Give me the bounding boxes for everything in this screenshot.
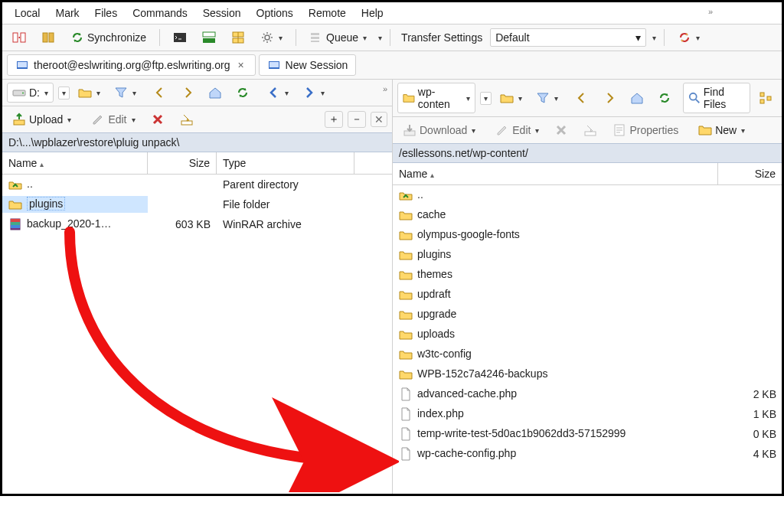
local-col-name[interactable]: Name▴ [2, 152, 148, 174]
file-icon [399, 387, 413, 401]
remote-edit-button[interactable]: Edit▾ [490, 120, 544, 140]
remote-drive-dropdown[interactable]: ▾ [480, 92, 492, 105]
queue-button[interactable]: Queue▾ [304, 28, 372, 47]
remote-new-button[interactable]: New▾ [693, 120, 750, 140]
local-delete-button[interactable] [145, 109, 170, 129]
menu-remote[interactable]: Remote [302, 4, 352, 22]
local-home-button[interactable] [203, 83, 227, 103]
menu-session[interactable]: Session [197, 4, 247, 22]
options-button[interactable]: ▾ [255, 28, 288, 47]
list-item[interactable]: index.php1 KB [393, 404, 782, 424]
menu-commands[interactable]: Commands [126, 4, 194, 22]
upload-icon [12, 113, 26, 126]
local-plus-button[interactable]: ＋ [325, 111, 343, 128]
rename-icon [180, 113, 194, 126]
remote-col-name[interactable]: Name▴ [393, 163, 718, 184]
file-name: WPB-152c7a4246-backups [417, 367, 547, 380]
remote-filter-button[interactable]: ▾ [531, 88, 564, 108]
local-drive-select[interactable]: D:▾ [7, 83, 54, 103]
toggle-editor-button[interactable] [197, 28, 221, 47]
list-item[interactable]: olympus-google-fonts [393, 225, 782, 245]
tab-session[interactable]: theroot@eslwriting.org@ftp.eslwriting.or… [7, 54, 256, 76]
file-type-cell: Parent directory [217, 177, 354, 192]
new-label: New [715, 124, 737, 136]
local-history-back[interactable]: ▾ [261, 83, 294, 103]
list-item[interactable]: w3tc-config [393, 344, 782, 364]
remote-rename-button[interactable] [578, 120, 603, 140]
terminal-button[interactable] [168, 28, 192, 47]
navigation-button[interactable] [226, 28, 250, 47]
list-item[interactable]: wp-cache-config.php4 KB [393, 444, 782, 464]
properties-button[interactable]: Properties [607, 120, 684, 140]
local-history-fwd[interactable]: ▾ [297, 83, 330, 103]
local-drive-dropdown[interactable]: ▾ [58, 86, 70, 100]
remote-open-button[interactable]: ▾ [495, 88, 528, 108]
file-size-cell: 0 KB [718, 426, 782, 442]
remote-col-size[interactable]: Size [718, 163, 782, 184]
remote-path[interactable]: /esllessons.net/wp-content/ [393, 143, 782, 163]
local-back-button[interactable] [148, 83, 172, 103]
local-refresh-button[interactable] [230, 83, 255, 103]
remote-home-button[interactable] [625, 88, 649, 108]
local-open-button[interactable]: ▾ [73, 83, 106, 103]
local-rename-button[interactable] [175, 109, 199, 129]
menu-help[interactable]: Help [355, 4, 390, 22]
remote-tree-button[interactable] [753, 88, 778, 108]
local-col-type[interactable]: Type [217, 152, 354, 174]
list-item[interactable]: backup_2020-1…603 KBWinRAR archive [2, 214, 392, 234]
remote-back-button[interactable] [570, 88, 594, 108]
list-item[interactable]: cache [393, 205, 782, 225]
menu-files[interactable]: Files [89, 4, 124, 22]
list-item[interactable]: WPB-152c7a4246-backups [393, 364, 782, 384]
svg-rect-24 [11, 225, 20, 228]
svg-rect-23 [11, 222, 20, 225]
folder-open-icon [500, 91, 514, 105]
menu-local[interactable]: Local [8, 4, 46, 22]
local-expand-button[interactable]: ✕ [371, 112, 387, 127]
list-item[interactable]: upgrade [393, 305, 782, 325]
tab-new-session[interactable]: New Session [259, 54, 357, 76]
gear-icon [260, 31, 274, 44]
remote-forward-button[interactable] [597, 88, 622, 108]
list-item[interactable]: pluginsFile folder [2, 194, 392, 214]
file-name: themes [417, 268, 452, 280]
local-forward-button[interactable] [175, 83, 200, 103]
svg-rect-10 [311, 33, 319, 35]
local-path[interactable]: D:\...\wpblazer\restore\pluig unpack\ [2, 132, 392, 152]
compare-dirs-button[interactable] [7, 28, 31, 47]
remote-delete-button[interactable] [549, 120, 573, 140]
list-item[interactable]: uploads [393, 325, 782, 344]
overflow-chevron[interactable]: » [708, 7, 713, 16]
remote-refresh-button[interactable] [652, 88, 677, 108]
menu-mark[interactable]: Mark [49, 4, 85, 22]
download-button[interactable]: Download▾ [397, 120, 481, 140]
local-actionbar: Upload▾ Edit▾ » ＋ － ✕ [2, 106, 392, 132]
local-edit-button[interactable]: Edit▾ [86, 109, 140, 129]
forward-icon [181, 86, 194, 100]
synchronize-button[interactable]: Synchronize [65, 28, 152, 47]
list-item[interactable]: plugins [393, 245, 782, 265]
tab-label: New Session [286, 59, 348, 71]
file-name: olympus-google-fonts [417, 228, 520, 240]
menu-options[interactable]: Options [250, 4, 299, 22]
local-col-size[interactable]: Size [148, 152, 217, 174]
sync-browse-button[interactable] [36, 28, 60, 47]
remote-dir-select[interactable]: wp-conten▾ [397, 83, 475, 113]
transfer-preset-select[interactable]: Default▾ [490, 28, 646, 47]
upload-button[interactable]: Upload▾ [7, 109, 77, 129]
list-item[interactable]: temp-write-test-5d0ac1b9062dd3-571529990… [393, 424, 782, 444]
local-filter-button[interactable]: ▾ [109, 83, 142, 103]
list-item[interactable]: .. [393, 185, 782, 205]
overflow-chevron[interactable]: » [383, 84, 387, 93]
list-item[interactable]: advanced-cache.php2 KB [393, 384, 782, 404]
list-item[interactable]: ..Parent directory [2, 175, 392, 194]
editor-icon [202, 31, 216, 44]
reconnect-button[interactable]: ▾ [672, 28, 705, 47]
local-minus-button[interactable]: － [348, 111, 366, 128]
remote-dir-label: wp-conten [418, 86, 462, 110]
file-size-cell: 603 KB [148, 217, 217, 232]
close-icon[interactable]: × [234, 59, 247, 71]
list-item[interactable]: updraft [393, 285, 782, 305]
list-item[interactable]: themes [393, 265, 782, 285]
find-files-button[interactable]: Find Files [683, 83, 750, 113]
